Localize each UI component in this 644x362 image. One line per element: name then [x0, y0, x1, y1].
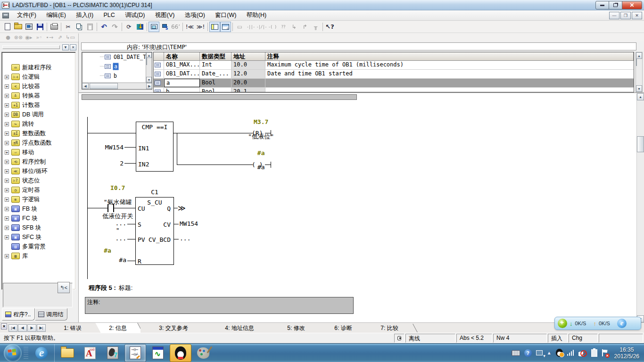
menu-item[interactable]: 帮助(H)	[242, 10, 271, 20]
column-type[interactable]: 数据类型	[200, 52, 231, 60]
toolbar-button[interactable]: ≫!	[195, 22, 206, 32]
output-tab[interactable]: 1: 错误	[50, 323, 95, 333]
menu-item[interactable]: 插入(I)	[72, 10, 98, 20]
next-tab-button[interactable]: ▶	[27, 324, 36, 332]
ladder-vscrollbar[interactable]: ▲ ▼	[636, 93, 644, 322]
declaration-table-vscrollbar[interactable]: ▲ ▼	[636, 52, 643, 92]
column-name[interactable]: 名称	[164, 52, 200, 60]
expander-icon[interactable]: +	[5, 169, 9, 173]
scroll-right-icon[interactable]: ▶	[146, 83, 152, 89]
expander-icon[interactable]: +	[5, 84, 9, 89]
toolbar-button[interactable]: ▭	[234, 22, 245, 32]
output-tab[interactable]: 2: 信息	[95, 323, 140, 333]
expander-icon[interactable]: +	[5, 207, 9, 211]
toolbar-button[interactable]	[45, 22, 49, 32]
toolbar-button[interactable]	[206, 22, 209, 32]
toolbar-button[interactable]	[24, 22, 34, 32]
cv-operand[interactable]: MW154	[180, 220, 198, 227]
contact-address[interactable]: I0.7	[110, 184, 125, 191]
expander-icon[interactable]: +	[5, 235, 9, 239]
expander-icon[interactable]: +	[5, 150, 9, 155]
scroll-thumb[interactable]	[637, 136, 644, 152]
table-row[interactable]: OB1_MAX... Int 10.0 Maximum cycle time o…	[154, 61, 634, 70]
toolbar-button[interactable]: 66’	[170, 22, 181, 32]
counter-name[interactable]: C1	[135, 189, 174, 196]
catalog-tree-item[interactable]: + ≋ 字逻辑	[2, 195, 75, 204]
menu-item[interactable]: 文件(F)	[13, 10, 41, 20]
scroll-down-icon[interactable]: ▼	[146, 77, 152, 82]
network-signal-icon[interactable]	[567, 350, 575, 356]
toolbar-button[interactable]: ↳	[289, 22, 299, 32]
catalog-tree-item[interactable]: + ▣ FB 块	[2, 204, 75, 214]
catalog-tree-item[interactable]: + ≪ 移位/循环	[2, 166, 75, 176]
qq-tray-icon[interactable]	[556, 349, 563, 357]
scroll-left-icon[interactable]: ◀	[82, 83, 89, 89]
mdi-restore-button[interactable]: ❐	[620, 12, 631, 19]
expander-icon[interactable]: +	[5, 75, 9, 79]
network5-comment-box[interactable]: 注释:	[85, 297, 354, 314]
catalog-tree-item[interactable]: + ↪ 跳转	[2, 119, 75, 129]
coil2-labels[interactable]: #a #a	[221, 142, 287, 178]
toolbar-button[interactable]: -( )	[267, 22, 278, 32]
toolbar-button[interactable]	[13, 22, 24, 32]
catalog-tree-item[interactable]: + ▣ SFB 块	[2, 223, 75, 232]
toolbar-button[interactable]	[181, 22, 184, 32]
toolbar-button[interactable]	[74, 22, 84, 32]
expander-icon[interactable]: +	[5, 254, 9, 258]
table-row[interactable]: b Bool 20.1	[154, 88, 634, 92]
toolbar-button[interactable]	[321, 22, 324, 32]
catalog-tree-item[interactable]: + DB DB 调用	[2, 110, 75, 119]
catalog-tree-item[interactable]: + ±I 整数函数	[2, 129, 75, 138]
menu-item[interactable]: 视图(V)	[151, 10, 179, 20]
menu-item[interactable]: PLC	[99, 10, 119, 20]
toolbar-button[interactable]	[59, 22, 63, 32]
action-center-flag-icon[interactable]: ✕	[602, 349, 608, 357]
table-row[interactable]: OB1_DAT... Date_... 12.0 Date and time O…	[154, 70, 634, 79]
security-ball-icon[interactable]	[558, 319, 567, 328]
toolbar-button[interactable]	[220, 22, 231, 32]
declaration-tree-hscrollbar[interactable]: ◀ ▶	[82, 82, 152, 89]
scroll-up-icon[interactable]: ▲	[637, 93, 644, 100]
toolbar-button[interactable]	[120, 22, 124, 32]
catalog-tree-item[interactable]: + ≙ 转换器	[2, 91, 75, 100]
toolbar-button[interactable]	[145, 22, 149, 32]
declaration-tree-item[interactable]: OB1_DATE_TIM	[82, 52, 152, 62]
catalog-tree-item[interactable]: ▭ 新建程序段	[2, 63, 75, 72]
output-close-button[interactable]: ✕	[1, 323, 7, 329]
cv-bcd-operand[interactable]: ...	[180, 235, 190, 242]
menu-item[interactable]: 窗口(W)	[211, 10, 240, 20]
declaration-tree-item[interactable]: a	[82, 62, 152, 71]
scroll-thumb[interactable]	[146, 58, 147, 65]
expander-icon[interactable]: +	[5, 94, 9, 98]
expander-icon[interactable]: +	[5, 188, 9, 192]
catalog-tree-item[interactable]: + ⊦⊣ 位逻辑	[2, 72, 75, 82]
expander-icon[interactable]: +	[5, 160, 9, 164]
toolbar-button[interactable]	[134, 22, 145, 32]
taskbar-s7graph-button[interactable]	[147, 344, 169, 362]
toolbar-button[interactable]: ??	[278, 22, 289, 32]
network5-title[interactable]: 程序段 5 :标题:	[89, 284, 132, 292]
volume-muted-icon[interactable]	[579, 350, 587, 356]
toolbar-button[interactable]: ↶	[99, 22, 109, 32]
expander-icon[interactable]: +	[5, 216, 9, 221]
contact-labels[interactable]: I0.7 "氨水储罐 低液位开关 "	[79, 177, 141, 241]
expander-icon[interactable]: +	[5, 226, 9, 230]
output-tab[interactable]: 4: 地址信息	[206, 323, 272, 333]
expander-icon[interactable]: +	[5, 113, 9, 117]
show-hidden-icons[interactable]: ▲	[547, 350, 552, 355]
ie-browser-icon[interactable]: e	[617, 319, 627, 328]
toolbar-button[interactable]: !≪	[184, 22, 195, 32]
catalog-tree-item[interactable]: + ⇨ 移动	[2, 148, 75, 157]
catalog-tree-item[interactable]: + ⟲ 程序控制	[2, 157, 75, 166]
last-tab-button[interactable]: ▶|	[37, 324, 46, 332]
expander-icon[interactable]: +	[5, 103, 9, 107]
expander-icon[interactable]: +	[5, 197, 9, 202]
panel-grip[interactable]	[2, 45, 60, 49]
prev-tab-button[interactable]: ◀	[18, 324, 27, 332]
declaration-tree-item[interactable]: b	[82, 71, 152, 81]
catalog-tree-item[interactable]: + ⊦? 状态位	[2, 176, 75, 185]
s-operand[interactable]: ...	[107, 220, 126, 227]
coil1-address[interactable]: M3.7	[254, 118, 268, 125]
window-switch-icon[interactable]	[536, 350, 543, 355]
toolbar-button[interactable]: ↖?	[324, 22, 335, 32]
